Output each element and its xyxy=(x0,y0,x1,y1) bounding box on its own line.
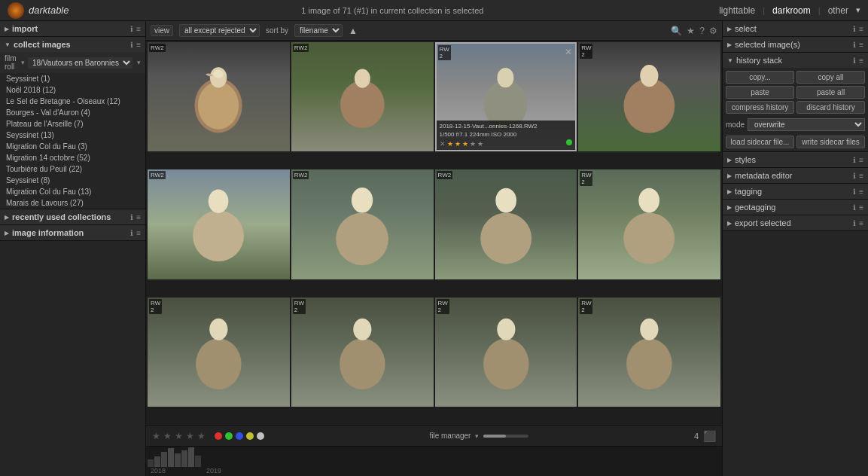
thumb-close-icon[interactable]: ✕ xyxy=(565,47,572,57)
file-manager-label[interactable]: file manager xyxy=(429,432,471,440)
styles-menu-icon[interactable]: ≡ xyxy=(859,156,863,164)
select-menu-icon[interactable]: ≡ xyxy=(859,25,863,33)
thumb-1[interactable]: RW2 xyxy=(148,42,290,151)
collection-item[interactable]: Migration Col du Fau (13) xyxy=(0,186,145,197)
history-info-icon[interactable]: ℹ xyxy=(853,56,856,65)
collection-item[interactable]: Seyssinet (8) xyxy=(0,175,145,186)
thumb-7[interactable]: RW2 xyxy=(435,169,577,279)
collection-item[interactable]: Marais de Lavours (27) xyxy=(0,197,145,209)
view-button[interactable]: view xyxy=(151,25,173,36)
rating-star-2[interactable]: ★ xyxy=(163,431,172,441)
collection-item[interactable]: Seyssinet (13) xyxy=(0,130,145,141)
collection-item[interactable]: Le Sel de Bretagne - Oiseaux (12) xyxy=(0,96,145,107)
nav-other[interactable]: other xyxy=(825,4,851,17)
color-dot-blue[interactable] xyxy=(236,432,243,440)
thumb-10[interactable]: RW2 xyxy=(291,298,434,407)
export-info-icon[interactable]: ℹ xyxy=(853,219,856,227)
select-info-icon[interactable]: ℹ xyxy=(853,25,856,33)
copy-button[interactable]: copy... xyxy=(726,71,794,84)
paste-button[interactable]: paste xyxy=(726,86,794,99)
selected-info-icon[interactable]: ℹ xyxy=(853,41,856,49)
star-1-icon[interactable]: ✕ xyxy=(440,140,446,148)
tagging-menu-icon[interactable]: ≡ xyxy=(859,188,863,196)
rating-star-5[interactable]: ★ xyxy=(197,431,206,441)
search-icon[interactable]: 🔍 xyxy=(671,26,682,36)
star-3-icon[interactable]: ★ xyxy=(455,140,461,148)
selected-menu-icon[interactable]: ≡ xyxy=(859,41,863,49)
recently-used-header[interactable]: recently used collections ℹ ≡ xyxy=(0,209,145,224)
star-6-icon[interactable]: ★ xyxy=(477,140,483,148)
star-2-icon[interactable]: ★ xyxy=(447,140,453,148)
monitor-icon[interactable]: ⬛ xyxy=(703,430,716,442)
thumb-11[interactable]: RW2 xyxy=(435,298,577,407)
import-header[interactable]: import ℹ ≡ xyxy=(0,21,145,36)
history-stack-header[interactable]: history stack ℹ ≡ xyxy=(723,53,868,68)
discard-button[interactable]: discard history xyxy=(796,101,865,114)
sort-direction-icon[interactable]: ▲ xyxy=(349,26,358,36)
import-info-icon[interactable]: ℹ xyxy=(130,25,133,33)
collection-item[interactable]: Seyssinet (1) xyxy=(0,73,145,84)
thumb-2[interactable]: RW2 xyxy=(291,42,434,151)
image-info-menu-icon[interactable]: ≡ xyxy=(136,229,141,237)
paste-all-button[interactable]: paste all xyxy=(796,86,865,99)
tagging-header[interactable]: tagging ℹ ≡ xyxy=(723,184,868,199)
recently-info-icon[interactable]: ℹ xyxy=(130,213,133,221)
styles-header[interactable]: styles ℹ ≡ xyxy=(723,152,868,167)
write-sidecar-button[interactable]: write sidecar files xyxy=(796,136,865,148)
collect-header[interactable]: collect images ℹ ≡ xyxy=(0,37,145,52)
film-roll-down-icon[interactable]: ▾ xyxy=(137,59,141,66)
rating-star-3[interactable]: ★ xyxy=(175,431,183,441)
thumb-3-selected[interactable]: RW2 ✕ 2018-12-15-Vaut...onnies-1268.RW2 … xyxy=(435,42,577,151)
nav-darkroom[interactable]: darkroom xyxy=(769,4,814,17)
color-dot-grey[interactable] xyxy=(257,432,264,440)
rating-star-4[interactable]: ★ xyxy=(186,431,194,441)
filter-select[interactable]: all except rejected xyxy=(179,24,260,37)
thumb-5[interactable]: RW2 xyxy=(148,169,290,279)
recently-menu-icon[interactable]: ≡ xyxy=(136,213,141,221)
sort-select[interactable]: filename xyxy=(294,24,343,37)
compress-button[interactable]: compress history xyxy=(726,101,794,114)
selected-images-header[interactable]: selected image(s) ℹ ≡ xyxy=(723,37,868,52)
star-4-icon[interactable]: ★ xyxy=(462,140,468,148)
collection-item[interactable]: Noël 2018 (12) xyxy=(0,84,145,96)
export-menu-icon[interactable]: ≡ xyxy=(859,219,863,227)
styles-info-icon[interactable]: ℹ xyxy=(853,156,856,164)
zoom-slider-track[interactable] xyxy=(483,435,528,438)
collect-info-icon[interactable]: ℹ xyxy=(130,41,133,49)
color-dot-yellow[interactable] xyxy=(246,432,254,440)
thumb-8[interactable]: RW2 xyxy=(578,169,720,279)
film-roll-select[interactable]: 18/Vautours en Baronnies xyxy=(28,57,132,69)
file-manager-dropdown[interactable]: ▾ xyxy=(475,432,479,440)
help-icon[interactable]: ? xyxy=(699,26,705,36)
star-5-icon[interactable]: ★ xyxy=(470,140,476,148)
geotagging-info-icon[interactable]: ℹ xyxy=(853,203,856,212)
thumb-12[interactable]: RW2 xyxy=(578,298,720,407)
select-header[interactable]: select ℹ ≡ xyxy=(723,21,868,36)
thumb-9[interactable]: RW2 xyxy=(148,298,290,407)
collection-item[interactable]: Migration Col du Fau (3) xyxy=(0,141,145,152)
geotagging-menu-icon[interactable]: ≡ xyxy=(859,203,863,212)
metadata-editor-header[interactable]: metadata editor ℹ ≡ xyxy=(723,168,868,183)
rating-star-1[interactable]: ★ xyxy=(152,431,160,441)
import-menu-icon[interactable]: ≡ xyxy=(136,25,141,33)
settings-icon[interactable]: ⚙ xyxy=(709,26,717,36)
thumb-6[interactable]: RW2 xyxy=(291,169,434,279)
history-menu-icon[interactable]: ≡ xyxy=(859,56,863,65)
collection-item[interactable]: Tourbière du Peuil (22) xyxy=(0,163,145,175)
nav-dropdown-icon[interactable]: ▾ xyxy=(856,5,860,15)
collection-item[interactable]: Migration 14 octobre (52) xyxy=(0,152,145,163)
star-icon[interactable]: ★ xyxy=(687,26,695,36)
export-selected-header[interactable]: export selected ℹ ≡ xyxy=(723,215,868,230)
mode-select[interactable]: overwrite xyxy=(748,118,865,131)
collection-item[interactable]: Plateau de l'Arseille (7) xyxy=(0,118,145,130)
copy-all-button[interactable]: copy all xyxy=(796,71,865,84)
metadata-info-icon[interactable]: ℹ xyxy=(853,172,856,180)
image-info-icon[interactable]: ℹ xyxy=(130,229,133,237)
nav-lighttable[interactable]: lighttable xyxy=(716,4,758,17)
geotagging-header[interactable]: geotagging ℹ ≡ xyxy=(723,200,868,215)
color-dot-red[interactable] xyxy=(215,432,222,440)
thumb-4[interactable]: RW2 xyxy=(578,42,720,151)
load-sidecar-button[interactable]: load sidecar file... xyxy=(726,136,794,148)
tagging-info-icon[interactable]: ℹ xyxy=(853,188,856,196)
metadata-menu-icon[interactable]: ≡ xyxy=(859,172,863,180)
